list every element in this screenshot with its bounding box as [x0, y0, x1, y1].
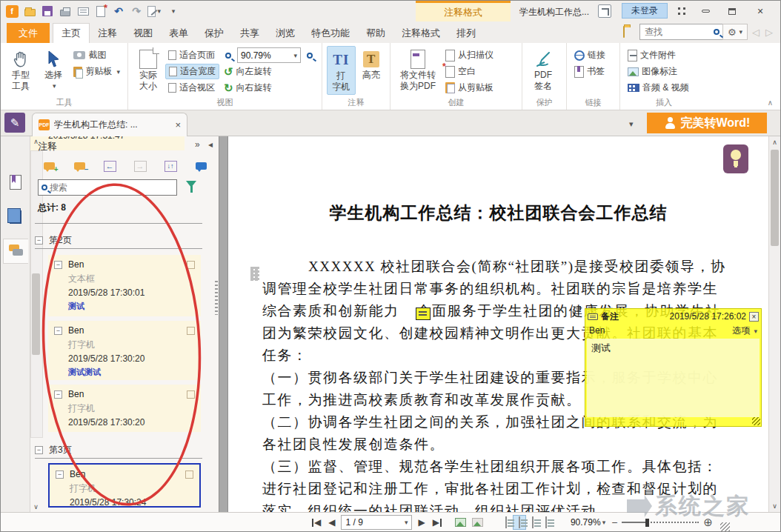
- comment-checkbox[interactable]: [187, 261, 195, 269]
- close-icon[interactable]: ×: [752, 5, 768, 17]
- zoom-dropdown-icon[interactable]: ▾: [602, 519, 606, 526]
- panel-resize-grip[interactable]: [215, 281, 218, 315]
- undo-icon[interactable]: ↶: [112, 4, 125, 18]
- image-annotation-button[interactable]: 图像标注: [625, 64, 692, 79]
- comment-checkbox[interactable]: [187, 327, 195, 335]
- restore-icon[interactable]: [724, 5, 740, 17]
- customize-toolbar-icon[interactable]: ▾: [167, 4, 180, 18]
- first-page-button[interactable]: ◀: [312, 515, 321, 530]
- note-body[interactable]: 测试: [587, 339, 760, 417]
- audio-video-button[interactable]: 音频 & 视频: [625, 80, 692, 96]
- login-button[interactable]: 未登录: [622, 3, 668, 19]
- comment-card-2[interactable]: −Ben 打字机 2019/5/28 17:30:20 测试测试: [48, 321, 201, 380]
- scroll-up-icon[interactable]: ∧: [769, 139, 780, 146]
- zoom-slider-thumb[interactable]: [645, 519, 649, 527]
- zoom-out-button[interactable]: −: [611, 515, 617, 530]
- pages-panel-icon[interactable]: [3, 205, 28, 230]
- facing-view-icon[interactable]: [526, 515, 539, 530]
- email-icon[interactable]: [76, 4, 90, 18]
- comment-search-box[interactable]: [38, 179, 177, 196]
- previous-page-button[interactable]: ◀: [328, 515, 335, 530]
- bookmarks-panel-icon[interactable]: [3, 170, 28, 195]
- print-icon[interactable]: [59, 4, 72, 18]
- collapse-section-icon[interactable]: −: [35, 236, 43, 245]
- import-comments-icon[interactable]: ←: [102, 158, 118, 174]
- from-scanner-button[interactable]: 从扫描仪: [442, 47, 496, 63]
- tab-comment[interactable]: 注释: [90, 23, 125, 43]
- find-next-icon[interactable]: ▷: [764, 27, 774, 38]
- open-file-icon[interactable]: [23, 4, 36, 18]
- tab-share[interactable]: 共享: [232, 23, 267, 43]
- tab-comment-format[interactable]: 注释格式: [393, 23, 448, 43]
- search-icon[interactable]: [714, 29, 719, 35]
- share-icon[interactable]: [598, 4, 611, 18]
- next-view-icon[interactable]: [472, 515, 483, 530]
- fit-page-button[interactable]: 适合页面: [165, 47, 219, 63]
- find-previous-icon[interactable]: ◁: [751, 27, 761, 38]
- collapse-card-icon[interactable]: −: [54, 327, 62, 335]
- new-document-icon[interactable]: *: [94, 4, 107, 18]
- section-page-2[interactable]: − 第2页: [35, 233, 202, 249]
- document-tab[interactable]: PDF 学生机构工作总结: ... ×: [32, 113, 187, 136]
- tab-browse[interactable]: 浏览: [267, 23, 303, 43]
- clipboard-button[interactable]: 剪贴板▾: [70, 64, 123, 79]
- comment-checkbox[interactable]: [187, 390, 195, 399]
- expand-all-comments-icon[interactable]: +: [41, 158, 57, 174]
- comment-checkbox[interactable]: [185, 471, 193, 479]
- zoom-in-button[interactable]: ⊕: [703, 515, 713, 530]
- redo-icon[interactable]: ↷: [130, 4, 143, 18]
- tab-arrange[interactable]: 排列: [448, 23, 484, 43]
- note-annotation-icon[interactable]: [416, 307, 431, 320]
- link-button[interactable]: 链接: [571, 47, 608, 63]
- comments-panel-icon[interactable]: [3, 239, 28, 264]
- zoom-slider[interactable]: [622, 522, 699, 523]
- collapse-section-icon[interactable]: −: [35, 446, 43, 454]
- tab-form[interactable]: 表单: [161, 23, 196, 43]
- file-attachment-button[interactable]: 文件附件: [625, 47, 692, 63]
- bookmark-button[interactable]: 书签: [571, 64, 608, 79]
- pdf-page[interactable]: 学生机构工作总结：校社团联合会工作总结 XXXXXX 校社团联合会(简称“社团联…: [227, 136, 768, 512]
- select-tool-button[interactable]: 选择▾: [38, 46, 69, 95]
- last-page-button[interactable]: ▶: [433, 515, 442, 530]
- save-icon[interactable]: [41, 4, 54, 18]
- convert-to-word-button[interactable]: 完美转Word!: [647, 113, 767, 133]
- collapse-card-icon[interactable]: −: [54, 390, 62, 399]
- actual-size-button[interactable]: 实际大小: [133, 46, 164, 95]
- continuous-facing-view-icon[interactable]: [539, 515, 553, 530]
- collapse-card-icon[interactable]: −: [54, 261, 62, 269]
- tab-home[interactable]: 主页: [53, 23, 90, 43]
- hand-tool-button[interactable]: 手型工具: [5, 46, 36, 95]
- document-scrollbar[interactable]: ∧ ∨: [768, 136, 780, 512]
- scrollbar-thumb[interactable]: [32, 273, 40, 355]
- tab-view[interactable]: 视图: [125, 23, 161, 43]
- fullscreen-icon[interactable]: [674, 5, 690, 17]
- rotate-left-button[interactable]: ↺向左旋转: [221, 64, 317, 79]
- collapse-ribbon-icon[interactable]: ∧: [768, 99, 773, 107]
- export-comments-icon[interactable]: →: [132, 158, 148, 174]
- section-page-3[interactable]: − 第3页: [35, 442, 202, 459]
- tab-file[interactable]: 文件: [7, 23, 50, 43]
- annotation-anchor-icon[interactable]: [250, 267, 259, 281]
- comment-card-4-selected[interactable]: −Ben 打字机 2019/5/28 17:30:24: [48, 463, 201, 508]
- sticky-note-popup[interactable]: 备注 2019/5/28 17:26:02 × Ben 选项 ▾ 测试: [585, 308, 762, 427]
- typewriter-button[interactable]: TI 打字机: [327, 46, 356, 95]
- lightbulb-assistant-icon[interactable]: [723, 144, 748, 173]
- window-resize-grip[interactable]: [720, 522, 730, 532]
- previous-view-icon[interactable]: [455, 515, 466, 530]
- minimize-icon[interactable]: [697, 5, 714, 17]
- collapse-card-icon[interactable]: −: [56, 471, 64, 479]
- zoom-out-icon[interactable]: [221, 48, 236, 63]
- comment-style-icon[interactable]: [193, 158, 209, 174]
- sort-comments-icon[interactable]: ↓↑: [162, 158, 179, 174]
- snapshot-button[interactable]: 截图: [70, 47, 123, 63]
- zoom-level-combo[interactable]: 90.79%▾: [237, 47, 301, 63]
- page-number-box[interactable]: 1 / 9▾: [341, 515, 412, 530]
- single-page-view-icon[interactable]: [499, 515, 513, 530]
- panel-expand-icon[interactable]: »: [195, 139, 200, 150]
- scroll-down-icon[interactable]: ∨: [30, 503, 41, 511]
- convert-to-pdf-button[interactable]: 将文件转换为PDF: [395, 46, 441, 95]
- tab-protect[interactable]: 保护: [196, 23, 232, 43]
- next-page-button[interactable]: ▶: [418, 515, 425, 530]
- rotate-right-button[interactable]: ↻向右旋转: [221, 80, 317, 96]
- note-close-icon[interactable]: ×: [749, 312, 759, 322]
